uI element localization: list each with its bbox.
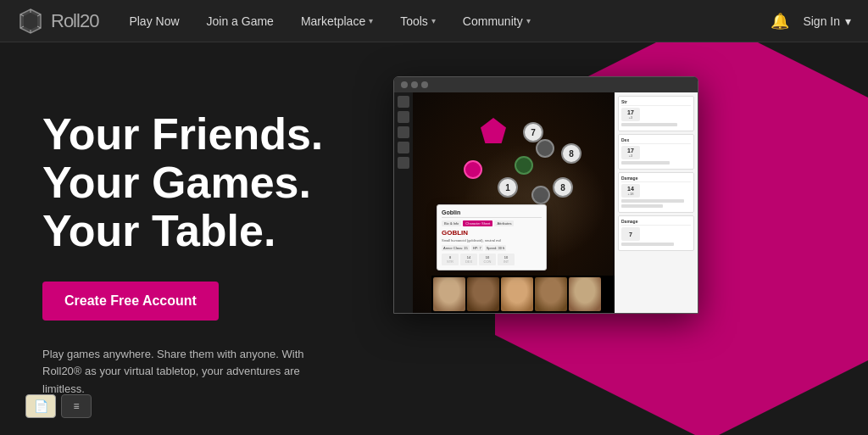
token-8-right: 8 <box>553 177 573 198</box>
goblin-card-tabs: Bio & Info Character Sheet Attributes <box>442 220 542 226</box>
app-screenshot: 7 1 8 8 <box>393 59 749 348</box>
video-thumb-2 <box>467 277 499 311</box>
goblin-card: Goblin Bio & Info Character Sheet Attrib… <box>437 204 547 270</box>
journal-icon: 📄 <box>34 399 48 413</box>
token-1: 1 <box>498 177 518 198</box>
goblin-stats: Armor Class: 15 HP: 7 Speed: 30 ft <box>442 245 542 251</box>
con-score: 10CON <box>479 254 496 265</box>
hero-title: Your Friends. Your Games. Your Table. <box>42 110 398 256</box>
main-nav: Play Now Join a Game Marketplace ▾ Tools… <box>115 0 543 42</box>
goblin-name: GOBLIN <box>442 229 542 237</box>
stat-block-dmg: Damage 14 +18 <box>618 172 694 213</box>
stats-panel: Str 17 +3 Dex 17 <box>615 92 698 313</box>
tools-dropdown-arrow: ▾ <box>431 16 436 25</box>
nav-community[interactable]: Community ▾ <box>449 0 544 42</box>
stat-block-dmg2: Damage 7 <box>618 215 694 251</box>
dex-score: 14DEX <box>460 254 477 265</box>
menu-button[interactable]: ≡ <box>61 394 92 418</box>
toolbar-icon-3 <box>398 126 409 138</box>
window-content: 7 1 8 8 <box>394 92 698 313</box>
toolbar-icon-1 <box>398 96 409 108</box>
goblin-stat-speed: Speed: 30 ft <box>485 245 507 251</box>
video-thumb-5 <box>569 277 601 311</box>
stat-block-dex: Dex 17 +3 <box>618 134 694 170</box>
video-thumbnails-row <box>431 276 616 313</box>
logo-icon <box>17 8 44 35</box>
menu-icon: ≡ <box>73 400 79 412</box>
goblin-stat-hp: HP: 7 <box>471 245 483 251</box>
mockup-window: 7 1 8 8 <box>393 76 698 314</box>
goblin-card-title: Goblin <box>442 209 542 218</box>
goblin-type: Small humanoid (goblinoid), neutral evil <box>442 238 542 243</box>
window-close-dot <box>401 81 408 88</box>
goblin-tab-sheet[interactable]: Character Sheet <box>463 220 492 226</box>
window-minimize-dot <box>411 81 418 88</box>
char-token-3 <box>515 156 533 175</box>
window-maximize-dot <box>421 81 428 88</box>
header-right: 🔔 Sign In ▾ <box>771 12 851 31</box>
journal-button[interactable]: 📄 <box>25 394 56 418</box>
int-score: 10INT <box>498 254 515 265</box>
token-8-top: 8 <box>561 143 581 164</box>
signin-button[interactable]: Sign In ▾ <box>803 14 851 28</box>
video-thumb-4 <box>535 277 567 311</box>
svg-marker-1 <box>24 13 37 30</box>
toolbar-icon-5 <box>398 157 409 169</box>
left-toolbar <box>394 92 413 313</box>
stat-block-str: Str 17 +3 <box>618 96 694 131</box>
create-account-button[interactable]: Create Free Account <box>42 282 219 321</box>
notification-bell-icon[interactable]: 🔔 <box>771 12 789 31</box>
nav-join-game[interactable]: Join a Game <box>193 0 287 42</box>
toolbar-icon-4 <box>398 142 409 153</box>
hero-section: Your Friends. Your Games. Your Table. Cr… <box>0 42 868 435</box>
nav-tools[interactable]: Tools ▾ <box>387 0 449 42</box>
hero-description: Play games anywhere. Share them with any… <box>42 346 331 399</box>
logo-wordmark: Roll20 <box>51 10 98 32</box>
signin-dropdown-arrow: ▾ <box>845 14 851 28</box>
header-left: Roll20 Play Now Join a Game Marketplace … <box>17 0 544 42</box>
goblin-ability-scores: 8STR 14DEX 10CON 10INT <box>442 254 542 265</box>
hero-content: Your Friends. Your Games. Your Table. Cr… <box>42 93 398 399</box>
goblin-tab-attrs[interactable]: Attributes <box>494 220 514 226</box>
toolbar-icon-2 <box>398 111 409 123</box>
char-token-1 <box>536 139 554 158</box>
char-token-4 <box>531 186 550 204</box>
char-token-2 <box>464 160 482 179</box>
window-titlebar <box>394 77 698 92</box>
nav-play-now[interactable]: Play Now <box>115 0 192 42</box>
goblin-stat-ac: Armor Class: 15 <box>442 245 470 251</box>
community-dropdown-arrow: ▾ <box>526 16 531 25</box>
nav-marketplace[interactable]: Marketplace ▾ <box>287 0 387 42</box>
video-thumb-3 <box>501 277 533 311</box>
bottom-toolbar: 📄 ≡ <box>25 394 92 418</box>
video-thumb-1 <box>433 277 465 311</box>
str-score: 8STR <box>442 254 459 265</box>
logo[interactable]: Roll20 <box>17 8 98 35</box>
map-area: 7 1 8 8 <box>413 92 616 313</box>
goblin-tab-bio[interactable]: Bio & Info <box>442 220 461 226</box>
marketplace-dropdown-arrow: ▾ <box>369 16 373 25</box>
header: Roll20 Play Now Join a Game Marketplace … <box>0 0 868 42</box>
